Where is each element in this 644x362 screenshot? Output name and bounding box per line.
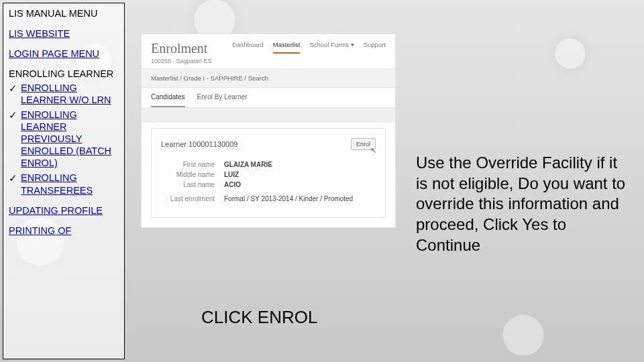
app-title: Enrolment <box>151 41 212 56</box>
field-label: Middle name <box>161 171 215 178</box>
learner-label: Learner <box>161 140 186 148</box>
field-label: Last name <box>161 181 215 188</box>
subnav-label: ENROLLING LEARNER PREVIOUSLY ENROLLED (B… <box>21 109 111 169</box>
override-instruction: Use the Override Facility if it is not e… <box>416 153 631 256</box>
nav-enrolling-learner: ENROLLING LEARNER <box>9 68 119 80</box>
breadcrumb: Masterlist / Grade I - SAPPHIRE / Search <box>142 68 395 88</box>
subnav-enrolling-wo-lrn[interactable]: ✓ ENROLLING LEARNER W/O LRN <box>9 82 119 106</box>
nav-printing-of[interactable]: PRINTING OF <box>9 225 71 236</box>
learner-card: Learner 100001130009 Enrol ↖ First nameG… <box>151 128 386 218</box>
learner-id: Learner 100001130009 <box>161 140 237 148</box>
field-value: Formal / SY 2013-2014 / Kinder / Promote… <box>224 195 353 202</box>
nav-lis-website[interactable]: LIS WEBSITE <box>9 28 70 39</box>
nav-login-page-menu[interactable]: LOGIN PAGE MENU <box>9 48 99 59</box>
app-top-nav: Dashboard Masterlist School Forms ▾ Supp… <box>232 41 386 54</box>
tab-candidates[interactable]: Candidates <box>151 93 185 107</box>
field-value: GLAIZA MARIE <box>224 161 272 168</box>
field-value: ACIO <box>224 181 241 188</box>
main-content: Enrolment 100258 · Sagpatan ES Dashboard… <box>134 34 637 355</box>
app-subtitle: 100258 · Sagpatan ES <box>151 58 212 64</box>
nav-school-forms[interactable]: School Forms ▾ <box>309 41 354 54</box>
subnav-label: ENROLLING TRANSFEREES <box>21 172 93 195</box>
cursor-icon: ↖ <box>370 146 376 155</box>
tabs: Candidates Enrol By Learner <box>142 88 395 108</box>
caption-click-enrol: CLICK ENROL <box>201 307 317 328</box>
subnav-enrolling-transferees[interactable]: ✓ ENROLLING TRANSFEREES <box>9 172 119 196</box>
learner-lrn: 100001130009 <box>189 140 237 148</box>
subnav-enrolling-batch[interactable]: ✓ ENROLLING LEARNER PREVIOUSLY ENROLLED … <box>9 109 119 170</box>
check-icon: ✓ <box>9 172 17 184</box>
enrolment-app-screenshot: Enrolment 100258 · Sagpatan ES Dashboard… <box>141 34 396 228</box>
check-icon: ✓ <box>9 109 17 121</box>
menu-title: LIS MANUAL MENU <box>9 7 119 19</box>
nav-updating-profile[interactable]: UPDATING PROFILE <box>9 205 103 216</box>
learner-fields: First nameGLAIZA MARIE Middle nameLUIZ L… <box>161 161 376 202</box>
lis-manual-menu: LIS MANUAL MENU LIS WEBSITE LOGIN PAGE M… <box>3 3 125 359</box>
nav-masterlist[interactable]: Masterlist <box>273 41 301 54</box>
field-value: LUIZ <box>224 171 239 178</box>
app-header: Enrolment 100258 · Sagpatan ES Dashboard… <box>142 34 395 68</box>
field-label: First name <box>161 161 215 168</box>
enrol-button[interactable]: Enrol ↖ <box>351 138 376 150</box>
enrol-button-label: Enrol <box>356 141 370 147</box>
nav-dashboard[interactable]: Dashboard <box>232 41 263 54</box>
nav-support[interactable]: Support <box>364 41 386 54</box>
tab-enrol-by-learner[interactable]: Enrol By Learner <box>197 93 248 107</box>
spacer <box>142 108 395 123</box>
field-label: Last enrolment <box>161 195 215 202</box>
check-icon: ✓ <box>9 82 17 95</box>
subnav-label: ENROLLING LEARNER W/O LRN <box>21 82 111 105</box>
